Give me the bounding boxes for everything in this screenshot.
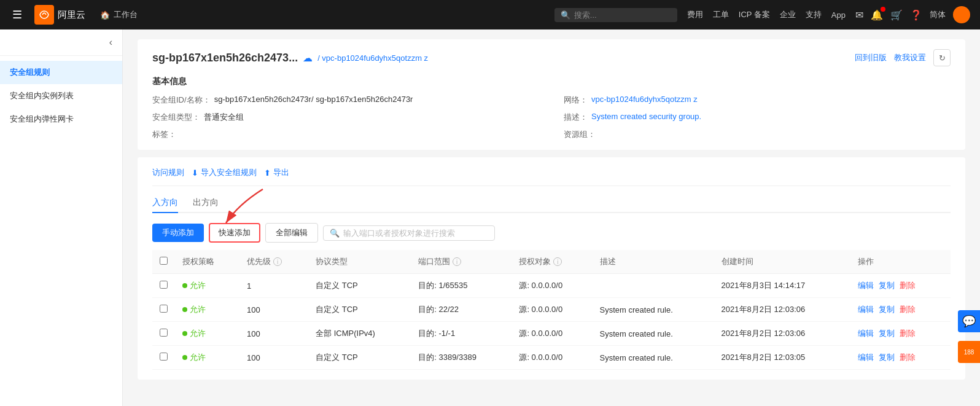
row-checkbox-0[interactable] xyxy=(160,281,168,289)
nav-item-icp[interactable]: ICP 备案 xyxy=(739,9,770,20)
logo-icon xyxy=(34,5,54,25)
th-desc: 描述 xyxy=(593,250,714,274)
settings-btn[interactable]: 教我设置 xyxy=(894,52,926,63)
download-icon: ⬇ xyxy=(192,168,198,178)
nav-item-support[interactable]: 支持 xyxy=(806,9,822,20)
cell-auth-1: 源: 0.0.0.0/0 xyxy=(511,298,592,322)
floating-avatar-button[interactable]: 188 xyxy=(958,341,980,363)
page-title-row: sg-bp167x1en5h26ch2473... ☁ / vpc-bp1024… xyxy=(152,49,951,66)
sidebar-collapse[interactable]: ‹ xyxy=(0,29,122,56)
th-port-range: 端口范围 i xyxy=(411,250,511,274)
lang-switch[interactable]: 简体 xyxy=(930,9,946,20)
row-checkbox-1[interactable] xyxy=(160,305,168,313)
search-input[interactable] xyxy=(574,10,671,20)
export-link[interactable]: ⬆ 导出 xyxy=(264,167,289,178)
sg-type-value: 普通安全组 xyxy=(204,112,244,123)
th-actions: 操作 xyxy=(850,250,951,274)
notification-badge xyxy=(881,7,885,12)
nav-item-app[interactable]: App xyxy=(831,10,846,20)
cell-desc-1: System created rule. xyxy=(593,298,714,322)
delete-link-0[interactable]: 删除 xyxy=(900,280,916,291)
nav-item-ticket[interactable]: 工单 xyxy=(713,9,729,20)
cell-time-1: 2021年8月2日 12:03:06 xyxy=(714,298,850,322)
cell-priority-3: 100 xyxy=(239,346,308,370)
tag-label: 标签： xyxy=(152,129,176,140)
copy-link-3[interactable]: 复制 xyxy=(879,352,895,363)
tab-outbound[interactable]: 出方向 xyxy=(193,193,219,213)
edit-link-1[interactable]: 编辑 xyxy=(858,304,874,315)
page-title-left: sg-bp167x1en5h26ch2473... ☁ / vpc-bp1024… xyxy=(152,52,428,64)
delete-link-1[interactable]: 删除 xyxy=(900,304,916,315)
sidebar-item-eni[interactable]: 安全组内弹性网卡 xyxy=(0,107,122,131)
hamburger-icon[interactable]: ☰ xyxy=(10,6,25,24)
home-icon: 🏠 xyxy=(100,10,110,20)
edit-link-0[interactable]: 编辑 xyxy=(858,280,874,291)
user-avatar[interactable] xyxy=(953,6,970,23)
nav-search[interactable]: 🔍 xyxy=(554,8,677,22)
cell-policy-1: 允许 xyxy=(175,298,239,322)
cell-priority-2: 100 xyxy=(239,322,308,346)
cell-priority-1: 100 xyxy=(239,298,308,322)
policy-allow-1: 允许 xyxy=(182,304,232,315)
go-old-btn[interactable]: 回到旧版 xyxy=(855,52,887,63)
delete-link-2[interactable]: 删除 xyxy=(900,328,916,339)
upload-icon: ⬆ xyxy=(264,168,271,178)
desc-label: 描述： xyxy=(564,112,588,123)
email-icon[interactable]: ✉ xyxy=(855,9,863,21)
network-value[interactable]: vpc-bp1024fu6dyhx5qotzzm z xyxy=(591,95,698,104)
edit-all-button[interactable]: 全部编辑 xyxy=(265,223,318,243)
cell-desc-2: System created rule. xyxy=(593,322,714,346)
cell-protocol-0: 自定义 TCP xyxy=(308,274,411,298)
nav-item-cost[interactable]: 费用 xyxy=(687,9,703,20)
direction-tabs: 入方向 出方向 xyxy=(152,193,951,213)
sidebar-item-security-rules[interactable]: 安全组规则 xyxy=(0,61,122,84)
basic-info-section: 基本信息 安全组ID/名称： sg-bp167x1en5h26ch2473r/ … xyxy=(152,76,951,150)
floating-chat-button[interactable]: 💬 xyxy=(958,310,980,332)
table-body: 允许 1 自定义 TCP 目的: 1/65535 源: 0.0.0.0/0 20… xyxy=(152,274,951,370)
bell-icon[interactable]: 🔔 xyxy=(871,9,883,21)
th-policy: 授权策略 xyxy=(175,250,239,274)
nav-right-items: 费用 工单 ICP 备案 企业 支持 App xyxy=(687,9,846,20)
import-rules-link[interactable]: ⬇ 导入安全组规则 xyxy=(192,167,257,178)
nav-item-enterprise[interactable]: 企业 xyxy=(780,9,796,20)
edit-link-3[interactable]: 编辑 xyxy=(858,352,874,363)
refresh-button[interactable]: ↻ xyxy=(933,49,951,66)
delete-link-3[interactable]: 删除 xyxy=(900,352,916,363)
sidebar-menu: 安全组规则 安全组内实例列表 安全组内弹性网卡 xyxy=(0,56,122,136)
desc-item: 描述： System created security group. xyxy=(564,112,951,123)
breadcrumb-home[interactable]: 工作台 xyxy=(114,9,138,20)
vpc-link[interactable]: / vpc-bp1024fu6dyhx5qotzzm z xyxy=(317,53,428,63)
cell-auth-2: 源: 0.0.0.0/0 xyxy=(511,322,592,346)
cell-priority-0: 1 xyxy=(239,274,308,298)
help-icon[interactable]: ❓ xyxy=(910,9,922,21)
cell-policy-2: 允许 xyxy=(175,322,239,346)
rule-search-box[interactable]: 🔍 xyxy=(323,225,495,241)
policy-allow-3: 允许 xyxy=(182,352,232,363)
access-rules-link[interactable]: 访问规则 xyxy=(152,167,184,178)
tab-inbound[interactable]: 入方向 xyxy=(152,193,178,213)
rule-search-input[interactable] xyxy=(343,228,488,238)
cell-desc-0 xyxy=(593,274,714,298)
basic-info-title: 基本信息 xyxy=(152,76,951,87)
quick-add-button[interactable]: 快速添加 xyxy=(209,223,260,243)
row-checkbox-3[interactable] xyxy=(160,353,168,361)
copy-link-1[interactable]: 复制 xyxy=(879,304,895,315)
copy-link-2[interactable]: 复制 xyxy=(879,328,895,339)
manual-add-button[interactable]: 手动添加 xyxy=(152,224,204,242)
sidebar-item-instance-list[interactable]: 安全组内实例列表 xyxy=(0,84,122,107)
cell-desc-3: System created rule. xyxy=(593,346,714,370)
edit-link-2[interactable]: 编辑 xyxy=(858,328,874,339)
info-grid: 安全组ID/名称： sg-bp167x1en5h26ch2473r/ sg-bp… xyxy=(152,95,951,140)
sg-type-label: 安全组类型： xyxy=(152,112,200,123)
priority-info-icon[interactable]: i xyxy=(273,257,282,266)
table-row: 允许 100 全部 ICMP(IPv4) 目的: -1/-1 源: 0.0.0.… xyxy=(152,322,951,346)
cart-icon[interactable]: 🛒 xyxy=(890,9,903,21)
port-info-icon[interactable]: i xyxy=(453,257,461,266)
sg-type-item: 安全组类型： 普通安全组 xyxy=(152,112,539,123)
cell-policy-0: 允许 xyxy=(175,274,239,298)
select-all-checkbox[interactable] xyxy=(160,257,168,265)
collapse-icon[interactable]: ‹ xyxy=(109,37,112,48)
copy-link-0[interactable]: 复制 xyxy=(879,280,895,291)
auth-info-icon[interactable]: i xyxy=(553,257,562,266)
row-checkbox-2[interactable] xyxy=(160,329,168,337)
